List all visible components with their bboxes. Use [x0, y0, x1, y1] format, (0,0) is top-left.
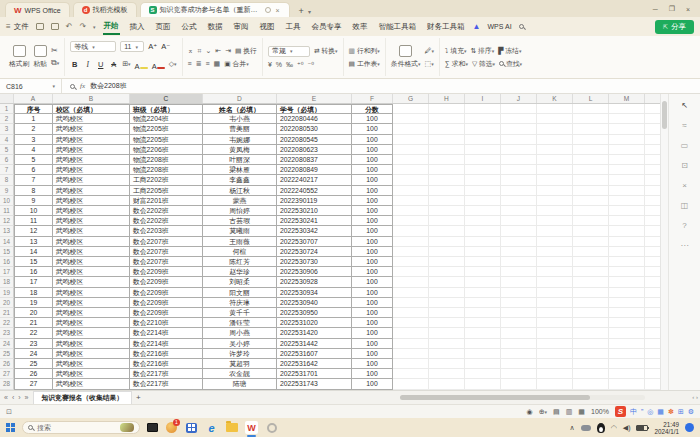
ime-toolbox-icon[interactable]: ⊞: [678, 408, 684, 416]
cell[interactable]: 100: [352, 237, 393, 247]
cell[interactable]: [429, 379, 465, 389]
cell[interactable]: [465, 155, 501, 165]
cell[interactable]: [609, 216, 645, 226]
cell[interactable]: 物流2208班: [130, 165, 203, 175]
sogou-ime-icon[interactable]: S: [615, 406, 626, 417]
cell[interactable]: [645, 155, 660, 165]
cell[interactable]: [429, 165, 465, 175]
cell[interactable]: 杨江秋: [203, 186, 277, 196]
cell[interactable]: 周怡婷: [203, 206, 277, 216]
cell[interactable]: [429, 349, 465, 359]
cell[interactable]: [609, 114, 645, 124]
cell[interactable]: [645, 124, 660, 134]
cell[interactable]: [537, 175, 573, 185]
cell[interactable]: 100: [352, 145, 393, 155]
cell[interactable]: [537, 359, 573, 369]
format-painter-button[interactable]: 格式刷: [9, 45, 29, 69]
cell[interactable]: 数会2202班: [130, 216, 203, 226]
cell[interactable]: [501, 165, 537, 175]
cell[interactable]: 2022530241: [277, 216, 352, 226]
cell[interactable]: 2022530950: [277, 308, 352, 318]
save-icon[interactable]: [36, 23, 44, 30]
cell[interactable]: [465, 318, 501, 328]
cell[interactable]: [465, 104, 501, 114]
cell[interactable]: [645, 349, 660, 359]
cell[interactable]: 2: [14, 124, 53, 134]
cell[interactable]: [573, 288, 609, 298]
cell[interactable]: [429, 206, 465, 216]
row-header-2[interactable]: 2: [0, 114, 14, 124]
cell[interactable]: 9: [14, 196, 53, 206]
conditional-format-button[interactable]: 条件格式▾: [391, 45, 421, 69]
cell[interactable]: [465, 277, 501, 287]
page-break-icon[interactable]: ▦: [578, 408, 585, 416]
cell[interactable]: [501, 369, 537, 379]
row-header-25[interactable]: 25: [0, 349, 14, 359]
cell[interactable]: 22: [14, 328, 53, 338]
cell[interactable]: [393, 318, 429, 328]
row-header-15[interactable]: 15: [0, 247, 14, 257]
cell[interactable]: [393, 145, 429, 155]
comma-format-button[interactable]: ‰: [286, 60, 293, 69]
cell[interactable]: [645, 298, 660, 308]
cell[interactable]: [609, 318, 645, 328]
cell[interactable]: [609, 379, 645, 389]
cell[interactable]: [429, 114, 465, 124]
cell[interactable]: 陆瑭: [203, 379, 277, 389]
cell[interactable]: 100: [352, 379, 393, 389]
cell[interactable]: [573, 145, 609, 155]
cell[interactable]: 3: [14, 135, 53, 145]
cell[interactable]: 27: [14, 379, 53, 389]
cell[interactable]: [393, 165, 429, 175]
cell[interactable]: [393, 359, 429, 369]
file-menu[interactable]: ≡ 文件: [6, 22, 29, 32]
cell[interactable]: 刘昭柔: [203, 277, 277, 287]
cell[interactable]: 蒙燕: [203, 196, 277, 206]
vertical-scrollbar[interactable]: [660, 94, 668, 390]
highlight-color-button[interactable]: A: [135, 55, 148, 73]
row-header-12[interactable]: 12: [0, 216, 14, 226]
col-header-B[interactable]: B: [53, 94, 130, 103]
cell[interactable]: 100: [352, 288, 393, 298]
wps-taskbar-icon[interactable]: W: [245, 421, 258, 434]
cell[interactable]: [393, 379, 429, 389]
cell[interactable]: 16: [14, 267, 53, 277]
cell[interactable]: 符庆琳: [203, 298, 277, 308]
cell[interactable]: [393, 288, 429, 298]
cell[interactable]: [609, 257, 645, 267]
cell[interactable]: [501, 186, 537, 196]
cell[interactable]: 武鸣校区: [53, 288, 130, 298]
cell[interactable]: [393, 226, 429, 236]
cell[interactable]: [573, 175, 609, 185]
cell[interactable]: [645, 339, 660, 349]
align-middle-icon[interactable]: ⌗: [197, 46, 201, 55]
last-sheet-icon[interactable]: »: [25, 394, 29, 401]
cell[interactable]: 武鸣校区: [53, 257, 130, 267]
cell[interactable]: [537, 226, 573, 236]
ime-settings-icon[interactable]: ⚙: [688, 408, 694, 416]
browser-app-icon[interactable]: e: [205, 421, 218, 434]
cell[interactable]: [429, 186, 465, 196]
cell[interactable]: [501, 328, 537, 338]
cell[interactable]: 数会2214班: [130, 328, 203, 338]
cell[interactable]: [393, 124, 429, 134]
ime-keyboard-icon[interactable]: ▦: [657, 408, 664, 416]
cell[interactable]: [645, 359, 660, 369]
col-header-L[interactable]: L: [573, 94, 609, 103]
cell[interactable]: [501, 196, 537, 206]
cell[interactable]: 许梦玲: [203, 349, 277, 359]
cell[interactable]: [609, 267, 645, 277]
cell[interactable]: 2022530342: [277, 226, 352, 236]
cell[interactable]: 学号（必填）: [277, 104, 352, 114]
cell[interactable]: [465, 359, 501, 369]
cell[interactable]: [429, 226, 465, 236]
row-header-18[interactable]: 18: [0, 277, 14, 287]
cell[interactable]: [537, 237, 573, 247]
ime-mode-icon[interactable]: 中: [630, 407, 637, 417]
cell[interactable]: 阳文丽: [203, 288, 277, 298]
cell[interactable]: 100: [352, 277, 393, 287]
cell[interactable]: [537, 206, 573, 216]
cell[interactable]: 100: [352, 267, 393, 277]
row-header-7[interactable]: 7: [0, 165, 14, 175]
new-tab-button[interactable]: +: [293, 6, 308, 17]
